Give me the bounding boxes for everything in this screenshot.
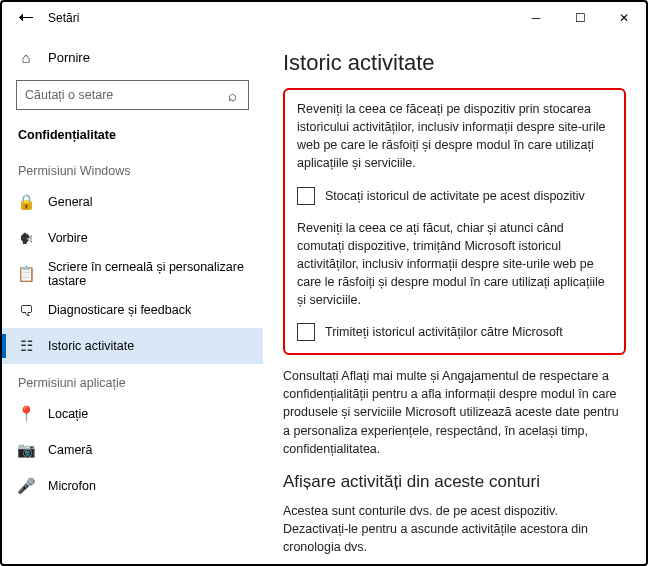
maximize-button[interactable]: ☐ bbox=[558, 2, 602, 34]
sidebar-item-activity-history[interactable]: ☷ Istoric activitate bbox=[2, 328, 263, 364]
nav-label: Istoric activitate bbox=[48, 339, 134, 353]
nav-label: General bbox=[48, 195, 92, 209]
sidebar-item-inking[interactable]: 📋 Scriere în cerneală și personalizare t… bbox=[2, 256, 263, 292]
group-apps-label: Permisiuni aplicație bbox=[2, 364, 263, 396]
checkbox-icon bbox=[297, 323, 315, 341]
history-icon: ☷ bbox=[18, 338, 34, 354]
sidebar-item-general[interactable]: 🔒 General bbox=[2, 184, 263, 220]
search-placeholder: Căutați o setare bbox=[25, 88, 113, 102]
checkbox-icon bbox=[297, 187, 315, 205]
clipboard-icon: 📋 bbox=[18, 266, 34, 282]
sidebar-item-location[interactable]: 📍 Locație bbox=[2, 396, 263, 432]
microphone-icon: 🎤 bbox=[18, 478, 34, 494]
sidebar-item-speech[interactable]: 🗣 Vorbire bbox=[2, 220, 263, 256]
minimize-button[interactable]: ─ bbox=[514, 2, 558, 34]
paragraph-1: Reveniți la ceea ce făceați pe dispoziti… bbox=[297, 100, 612, 173]
nav-label: Vorbire bbox=[48, 231, 88, 245]
location-icon: 📍 bbox=[18, 406, 34, 422]
section-accounts-desc: Acestea sunt conturile dvs. de pe acest … bbox=[283, 502, 626, 556]
nav-label: Locație bbox=[48, 407, 88, 421]
close-button[interactable]: ✕ bbox=[602, 2, 646, 34]
content-pane: Istoric activitate Reveniți la ceea ce f… bbox=[263, 34, 646, 564]
group-windows-label: Permisiuni Windows bbox=[2, 152, 263, 184]
sidebar-item-microphone[interactable]: 🎤 Microfon bbox=[2, 468, 263, 504]
nav-label: Microfon bbox=[48, 479, 96, 493]
home-label: Pornire bbox=[48, 50, 90, 65]
sidebar-home[interactable]: ⌂ Pornire bbox=[2, 40, 263, 74]
nav-label: Diagnosticare și feedback bbox=[48, 303, 191, 317]
checkbox-store-history[interactable]: Stocați istoricul de activitate pe acest… bbox=[297, 187, 612, 205]
home-icon: ⌂ bbox=[18, 49, 34, 65]
sidebar-item-diagnostics[interactable]: 🗨 Diagnosticare și feedback bbox=[2, 292, 263, 328]
camera-icon: 📷 bbox=[18, 442, 34, 458]
sidebar-item-camera[interactable]: 📷 Cameră bbox=[2, 432, 263, 468]
lock-icon: 🔒 bbox=[18, 194, 34, 210]
nav-label: Cameră bbox=[48, 443, 92, 457]
category-label: Confidențialitate bbox=[2, 120, 263, 152]
checkbox-label: Trimiteți istoricul activităților către … bbox=[325, 325, 563, 339]
paragraph-2: Reveniți la ceea ce ați făcut, chiar și … bbox=[297, 219, 612, 310]
window-title: Setări bbox=[48, 11, 79, 25]
checkbox-label: Stocați istoricul de activitate pe acest… bbox=[325, 189, 585, 203]
speech-icon: 🗣 bbox=[18, 230, 34, 246]
highlight-box-1: Reveniți la ceea ce făceați pe dispoziti… bbox=[283, 88, 626, 355]
checkbox-send-microsoft[interactable]: Trimiteți istoricul activităților către … bbox=[297, 323, 612, 341]
page-title: Istoric activitate bbox=[283, 50, 626, 76]
feedback-icon: 🗨 bbox=[18, 302, 34, 318]
search-icon: ⌕ bbox=[224, 87, 240, 103]
section-accounts-title: Afișare activități din aceste conturi bbox=[283, 472, 626, 492]
search-input[interactable]: Căutați o setare ⌕ bbox=[16, 80, 249, 110]
nav-label: Scriere în cerneală și personalizare tas… bbox=[48, 260, 263, 288]
back-button[interactable]: 🠐 bbox=[12, 4, 40, 32]
sidebar: ⌂ Pornire Căutați o setare ⌕ Confidenția… bbox=[2, 34, 263, 564]
paragraph-3: Consultați Aflați mai multe și Angajamen… bbox=[283, 367, 626, 458]
